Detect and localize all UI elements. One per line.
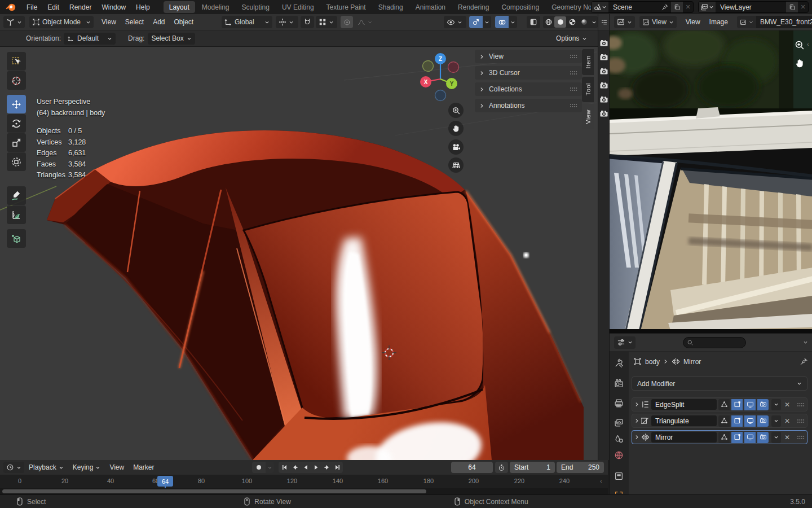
playhead-badge[interactable]: 64 — [157, 476, 173, 487]
menu-help[interactable]: Help — [131, 0, 155, 14]
drag-dropdown[interactable]: Select Box — [148, 33, 195, 45]
tool-add-cube[interactable] — [7, 229, 26, 248]
sidebar-tab-tool[interactable]: Tool — [582, 77, 594, 102]
breadcrumb-modifier[interactable]: Mirror — [683, 358, 701, 366]
shading-material-button[interactable] — [566, 16, 578, 28]
camera-view-button[interactable] — [448, 139, 464, 155]
blender-logo-icon[interactable] — [0, 3, 21, 12]
drag-grip-icon[interactable] — [570, 54, 577, 59]
camera-visibility-icon[interactable] — [599, 53, 608, 61]
mode-selector[interactable]: Object Mode — [29, 16, 94, 28]
menu-viewport-add[interactable]: Add — [148, 18, 169, 26]
jump-to-end-button[interactable] — [332, 462, 343, 473]
shading-rendered-button[interactable] — [578, 16, 590, 28]
modifier-name-field[interactable]: Mirror — [651, 432, 717, 443]
workspace-tab-compositing[interactable]: Compositing — [496, 1, 545, 13]
scene-name[interactable]: Scene — [608, 3, 659, 11]
snap-target-selector[interactable] — [316, 16, 337, 28]
tab-output[interactable] — [614, 398, 624, 408]
modifier-editmode-toggle[interactable] — [731, 432, 743, 443]
ortho-toggle-button[interactable] — [448, 157, 464, 173]
panel-view[interactable]: View — [475, 50, 582, 63]
snap-toggle[interactable] — [301, 16, 314, 28]
viewlayer-icon[interactable] — [699, 2, 716, 12]
drag-grip-icon[interactable] — [797, 402, 805, 407]
menu-image-image[interactable]: Image — [705, 18, 732, 26]
workspace-tab-shading[interactable]: Shading — [373, 1, 409, 13]
workspace-tab-layout[interactable]: Layout — [164, 1, 195, 13]
modifier-render-toggle[interactable] — [757, 399, 769, 410]
viewport-3d[interactable]: User Perspective (64) backround | body O… — [0, 47, 598, 460]
editor-type-button[interactable] — [3, 16, 25, 28]
outliner-header[interactable] — [598, 14, 610, 30]
pivot-point-selector[interactable] — [276, 16, 298, 28]
breadcrumb-object[interactable]: body — [645, 358, 660, 366]
modifier-row-triangulate[interactable]: Triangulate ✕ — [632, 414, 807, 428]
menu-image-view[interactable]: View — [681, 18, 705, 26]
modifier-delete-button[interactable]: ✕ — [783, 401, 792, 409]
properties-options-dropdown[interactable] — [803, 340, 808, 345]
drag-grip-icon[interactable] — [797, 435, 805, 440]
workspace-tab-rendering[interactable]: Rendering — [452, 1, 495, 13]
reference-image[interactable]: ‹ — [609, 30, 812, 333]
use-preview-range-toggle[interactable] — [495, 462, 508, 473]
modifier-on-cage-toggle[interactable] — [718, 415, 730, 427]
timeline-ruler[interactable]: 0 20 40 60 80 100 120 140 160 180 200 22… — [0, 475, 608, 488]
auto-key-button[interactable] — [252, 462, 266, 473]
menu-render[interactable]: Render — [64, 0, 96, 14]
add-modifier-button[interactable]: Add Modifier — [632, 376, 807, 391]
panel-annotations[interactable]: Annotations — [475, 99, 582, 112]
sidebar-tab-item[interactable]: Item — [582, 49, 594, 75]
transform-orientation-selector[interactable]: Global — [222, 16, 272, 28]
zoom-button[interactable] — [448, 103, 464, 118]
scene-icon[interactable] — [592, 2, 608, 12]
play-reverse-button[interactable] — [300, 462, 311, 473]
modifier-extras-dropdown[interactable] — [771, 432, 781, 443]
pin-icon[interactable] — [659, 3, 671, 11]
menu-playback[interactable]: Playback — [24, 463, 68, 471]
timeline-scrollbar[interactable] — [0, 488, 608, 494]
menu-marker[interactable]: Marker — [129, 463, 158, 471]
modifier-realtime-toggle[interactable] — [744, 432, 756, 443]
tab-world[interactable] — [614, 450, 624, 460]
modifier-realtime-toggle[interactable] — [744, 399, 756, 410]
image-pan-icon[interactable] — [795, 58, 805, 68]
viewlayer-name[interactable]: ViewLayer — [716, 3, 786, 11]
camera-visibility-icon[interactable] — [599, 95, 608, 103]
overlays-toggle[interactable] — [495, 16, 509, 28]
tool-move[interactable] — [7, 95, 26, 113]
tool-annotate[interactable] — [7, 186, 26, 205]
unlink-scene-button[interactable]: ✕ — [683, 3, 693, 11]
workspace-tab-texture-paint[interactable]: Texture Paint — [321, 1, 372, 13]
shading-wireframe-button[interactable] — [543, 16, 554, 28]
modifier-row-mirror[interactable]: Mirror ✕ — [632, 430, 807, 444]
sidebar-tab-view[interactable]: View — [582, 104, 594, 129]
options-dropdown[interactable]: Options — [553, 33, 590, 45]
modifier-name-field[interactable]: EdgeSplit — [651, 399, 717, 410]
modifier-extras-dropdown[interactable] — [771, 399, 781, 410]
image-display-mode-selector[interactable]: View — [639, 16, 677, 28]
modifier-editmode-toggle[interactable] — [731, 399, 743, 410]
frame-end-field[interactable]: End250 — [557, 462, 604, 473]
pan-button[interactable] — [448, 121, 464, 136]
tool-cursor[interactable] — [7, 71, 26, 90]
menu-edit[interactable]: Edit — [42, 0, 64, 14]
tab-object[interactable] — [614, 471, 624, 481]
workspace-tab-modeling[interactable]: Modeling — [196, 1, 235, 13]
camera-visibility-icon[interactable] — [599, 67, 608, 75]
modifier-row-edgesplit[interactable]: EdgeSplit ✕ — [632, 397, 807, 411]
panel-3d-cursor[interactable]: 3D Cursor — [475, 66, 582, 80]
tab-view-layer[interactable] — [614, 418, 624, 428]
gizmo-toggle[interactable] — [469, 16, 483, 28]
tool-transform[interactable] — [7, 152, 26, 171]
menu-file[interactable]: File — [21, 0, 42, 14]
play-button[interactable] — [311, 462, 321, 473]
jump-to-start-button[interactable] — [279, 462, 289, 473]
overlays-dropdown[interactable] — [509, 16, 517, 28]
frame-start-field[interactable]: Start1 — [510, 462, 555, 473]
navigation-gizmo[interactable]: Z X Y — [414, 50, 468, 103]
panel-collections[interactable]: Collections — [475, 82, 582, 96]
falloff-selector[interactable] — [355, 16, 375, 28]
image-name-field[interactable]: BMW_E30_front2_20 — [756, 16, 812, 28]
orientation-dropdown[interactable]: Default — [64, 33, 116, 45]
